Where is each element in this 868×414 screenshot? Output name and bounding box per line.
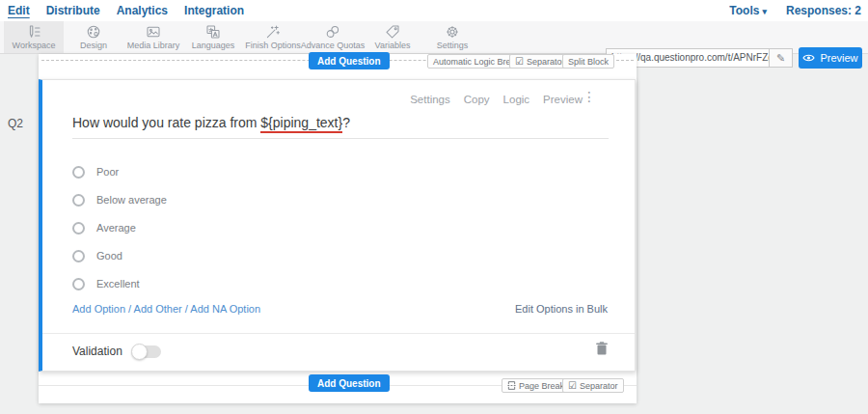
validation-toggle[interactable] [132,345,161,358]
add-option-link[interactable]: Add Option [72,303,125,315]
radio-button[interactable] [72,166,85,179]
checkbox-icon: ☑ [515,57,524,67]
question-copy-action[interactable]: Copy [464,94,490,105]
toolbar-item-label: Workspace [13,41,56,50]
answer-option-label[interactable]: Average [96,222,136,234]
settings-icon [445,24,460,39]
radio-button[interactable] [72,194,85,207]
chip-label: Automatic Logic Break [433,57,520,67]
answer-option-row: Excellent [72,276,140,291]
toolbar-item-design[interactable]: Design [64,21,123,53]
nav-tab-edit[interactable]: Edit [8,4,30,17]
page-break-icon [507,380,516,391]
media-library-icon [146,24,161,39]
add-other-link[interactable]: Add Other [134,303,182,315]
chevron-down-icon: ▾ [762,7,767,16]
delete-question-trash-icon[interactable] [596,342,608,355]
top-nav: Edit Distribute Analytics Integration To… [0,0,868,21]
chip-label: Page Break [519,381,564,391]
nav-tab-integration[interactable]: Integration [184,4,244,17]
radio-button[interactable] [72,250,85,262]
preview-button[interactable]: Preview [799,47,862,69]
workspace-icon [26,24,41,39]
toolbar-item-label: Media Library [127,41,180,50]
question-input-underline [72,138,609,139]
nav-tab-distribute[interactable]: Distribute [46,4,100,17]
question-card: Settings Copy Logic Preview ⋮ How would … [39,79,636,372]
finish-options-icon [265,24,281,39]
toolbar-item-languages[interactable]: Languages [183,21,243,53]
toolbar-item-label: Variables [375,41,411,50]
editor-toolbar: Workspace Design Media Library Languages… [0,21,868,54]
checkbox-icon: ☑ [568,381,577,391]
toggle-knob [131,344,148,360]
separator-chip-bottom[interactable]: ☑ Separator [562,378,624,393]
page-break-chip[interactable]: Page Break [502,378,570,393]
top-nav-links: Edit Distribute Analytics Integration [8,0,244,21]
question-number: Q2 [8,117,23,130]
toolbar-item-advance-quotas[interactable]: Advance Quotas [303,21,363,53]
answer-option-label[interactable]: Poor [96,166,119,178]
tools-dropdown[interactable]: Tools▾ [729,4,767,17]
question-logic-action[interactable]: Logic [503,94,530,105]
tools-label: Tools [729,4,759,17]
answer-option-row: Average [72,220,136,235]
answer-option-label[interactable]: Good [96,250,122,262]
toolbar-item-media-library[interactable]: Media Library [123,21,183,53]
question-settings-action[interactable]: Settings [410,94,450,105]
languages-icon [205,24,221,39]
question-text-before: How would you rate pizza from [72,115,260,130]
workspace-panel: Add Question Automatic Logic Break ☑ Sep… [39,54,637,403]
validation-label: Validation [72,345,122,358]
toolbar-item-label: Finish Options [245,41,301,50]
toolbar-item-finish-options[interactable]: Finish Options [243,21,303,53]
answer-option-row: Poor [72,164,119,179]
answer-option-label[interactable]: Excellent [96,278,140,290]
answer-option-row: Below average [72,192,167,207]
design-icon [86,24,101,39]
validation-row: Validation [72,343,161,360]
more-menu-icon[interactable]: ⋮ [583,90,596,104]
chip-label: Split Block [568,57,609,67]
toolbar-item-label: Design [80,41,107,50]
chip-label: Separator [527,57,565,67]
eye-icon [802,53,815,63]
toolbar-item-label: Advance Quotas [301,41,366,50]
preview-button-label: Preview [820,52,857,64]
add-question-button-top[interactable]: Add Question [309,52,390,69]
radio-button[interactable] [72,278,85,290]
edit-url-pencil-icon[interactable]: ✎ [770,48,793,68]
responses-link[interactable]: Responses: 2 [786,4,861,17]
advance-quotas-icon [325,24,340,39]
question-card-actions: Settings Copy Logic Preview [410,94,583,105]
add-na-option-link[interactable]: Add NA Option [190,303,260,315]
answer-option-label[interactable]: Below average [96,194,167,206]
toolbar-item-label: Settings [437,41,469,50]
toolbar-item-workspace[interactable]: Workspace [4,21,64,53]
chip-label: Separator [580,381,618,391]
radio-button[interactable] [72,222,85,235]
split-block-chip[interactable]: Split Block [562,54,614,69]
add-option-links: Add Option / Add Other / Add NA Option [72,303,260,315]
variables-icon [385,24,400,39]
separator-chip-top[interactable]: ☑ Separator [509,54,571,69]
answer-option-row: Good [72,248,122,263]
card-divider [42,333,635,334]
question-text-after: ? [342,115,350,130]
toolbar-items: Workspace Design Media Library Languages… [4,21,482,53]
add-question-button-bottom[interactable]: Add Question [309,374,390,392]
top-nav-right: Tools▾ Responses: 2 [729,0,861,21]
toolbar-item-settings[interactable]: Settings [422,21,482,53]
question-text[interactable]: How would you rate pizza from ${piping_t… [72,115,350,130]
toolbar-item-variables[interactable]: Variables [363,21,422,53]
piping-token: ${piping_text} [260,115,342,133]
toolbar-item-label: Languages [192,41,235,50]
nav-tab-analytics[interactable]: Analytics [117,4,168,17]
edit-options-in-bulk-link[interactable]: Edit Options in Bulk [515,303,608,315]
link-separator: / [125,303,134,315]
question-preview-action[interactable]: Preview [543,94,583,105]
